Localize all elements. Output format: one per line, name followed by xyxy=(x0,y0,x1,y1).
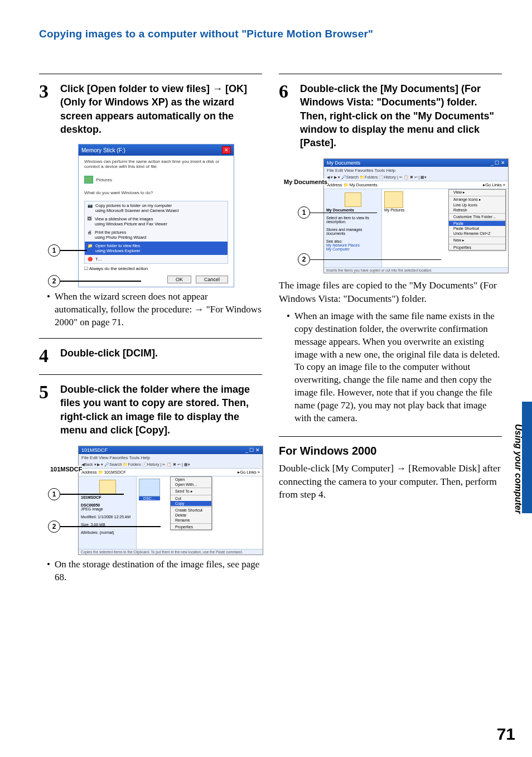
image-thumb[interactable]: DSC… xyxy=(139,479,160,500)
ctx-view[interactable]: View ▸ xyxy=(449,190,505,195)
step-4: 4 Double-click [DCIM]. xyxy=(39,346,262,365)
ctx-sep xyxy=(171,488,211,488)
ctx-cut[interactable]: Cut xyxy=(171,496,211,501)
ctx-properties[interactable]: Properties xyxy=(449,245,505,250)
content-columns: 3 Click [Open folder to view files] → [O… xyxy=(39,68,504,584)
window-controls[interactable]: _ ☐ ✕ xyxy=(245,447,260,453)
callout-line xyxy=(60,494,124,495)
screenshot-label: My Documents xyxy=(283,179,328,185)
toolbar[interactable]: ◀Back ▾ ▶ ▾ 🔎Search 📁Folders 🕘History | … xyxy=(79,461,263,469)
right-column: 6 Double-click the [My Documents] (For W… xyxy=(279,68,502,584)
wizard-item-more[interactable]: 🔴T… xyxy=(85,255,228,263)
ctx-new[interactable]: New ▸ xyxy=(449,238,505,243)
arrow-icon: → xyxy=(212,83,223,94)
toolbar[interactable]: ◀ ▾ ▶ ▾ 🔎Search 📁Folders 🕘History | ✂ 📋 … xyxy=(324,174,508,181)
ctx-sendto[interactable]: Send To ▸ xyxy=(171,489,211,494)
side-file-type: JPEG Image xyxy=(81,507,103,511)
side-link-computer[interactable]: My Computer xyxy=(326,247,350,251)
ctx-sep xyxy=(449,213,505,214)
arrow-icon: → xyxy=(396,462,406,474)
callout-2: 2 xyxy=(48,520,161,533)
divider xyxy=(39,338,262,339)
context-menu[interactable]: View ▸ Arrange Icons ▸ Line Up Icons Ref… xyxy=(448,189,506,250)
side-link-network[interactable]: My Network Places xyxy=(326,243,360,247)
wizard-item-3: Open folder to view files using Windows … xyxy=(95,243,140,253)
step6-result-text: The image files are copied to the "My Do… xyxy=(279,279,502,305)
ok-button[interactable]: OK xyxy=(167,276,191,283)
ctx-open[interactable]: Open xyxy=(171,477,211,482)
callout-1: 1 xyxy=(298,206,377,219)
side-file-name: DSC00050 xyxy=(81,503,100,507)
window-controls[interactable]: _ ☐ ✕ xyxy=(491,160,505,166)
ctx-customize[interactable]: Customize This Folder… xyxy=(449,214,505,219)
ctx-arrange[interactable]: Arrange Icons ▸ xyxy=(449,197,505,202)
ctx-openwith[interactable]: Open With… xyxy=(171,482,211,487)
left-pane: 101MSDCF DSC00050 JPEG Image Modified: 1… xyxy=(79,476,137,549)
wizard-item[interactable]: 🖨Print the pictures using Photo Printing… xyxy=(85,228,228,242)
screenshot-101-wrapper: 101MSDCF 101MSDCF _ ☐ ✕ File Edit View F… xyxy=(50,446,262,555)
ctx-sep xyxy=(449,237,505,237)
address-bar[interactable]: Address 📁 101MSDCF ▸Go Links » xyxy=(79,469,263,476)
wizard-item-2: Print the pictures using Photo Printing … xyxy=(95,230,147,240)
callout-line xyxy=(60,281,141,282)
divider xyxy=(279,74,502,74)
menubar[interactable]: File Edit View Favorites Tools Help xyxy=(79,454,263,461)
ctx-properties[interactable]: Properties xyxy=(171,524,211,529)
screenshot-label: 101MSDCF xyxy=(50,466,83,472)
ctx-rename[interactable]: Rename xyxy=(171,518,211,523)
thumb-label: My Pictures xyxy=(384,208,405,212)
ctx-shortcut[interactable]: Create Shortcut xyxy=(171,508,211,513)
menubar[interactable]: File Edit View Favorites Tools Help xyxy=(324,167,508,174)
ctx-sep xyxy=(449,244,505,244)
divider xyxy=(279,436,502,437)
ctx-undo[interactable]: Undo Rename Ctrl+Z xyxy=(449,231,505,236)
address-bar[interactable]: Address 📁 My Documents ▸Go Links » xyxy=(324,181,508,189)
wizard-item-0: Copy pictures to a folder on my computer… xyxy=(95,203,178,213)
left-column: 3 Click [Open folder to view files] → [O… xyxy=(39,68,262,584)
address-text: Address 📁 101MSDCF xyxy=(81,470,126,475)
ctx-copy[interactable]: Copy xyxy=(171,501,211,506)
callout-1: 1 xyxy=(48,244,87,257)
folder-icon xyxy=(345,192,361,207)
bullet-text: On the storage destination of the image … xyxy=(55,558,262,584)
explorer-titlebar: My Documents _ ☐ ✕ xyxy=(324,159,508,167)
ctx-refresh[interactable]: Refresh xyxy=(449,208,505,213)
side-tab-label: Using your computer xyxy=(513,424,523,514)
wizard-dialog: Memory Stick (F:) ✕ Windows can perform … xyxy=(78,144,234,287)
divider xyxy=(39,374,262,375)
divider xyxy=(39,74,262,74)
step-6: 6 Double-click the [My Documents] (For W… xyxy=(279,82,502,150)
screenshot-wizard-wrapper: Memory Stick (F:) ✕ Windows can perform … xyxy=(50,144,262,287)
cancel-button[interactable]: Cancel xyxy=(196,276,228,283)
ctx-pasteshortcut[interactable]: Paste Shortcut xyxy=(449,226,505,231)
wizard-prompt: What do you want Windows to do? xyxy=(79,187,234,199)
wizard-checkbox-row[interactable]: ☐ Always do the selected action xyxy=(79,266,234,272)
thumb-icon xyxy=(139,479,160,496)
right-pane[interactable]: DSC… Open Open With… Send To ▸ Cut Copy xyxy=(137,476,263,549)
folder-thumb[interactable]: My Pictures xyxy=(384,191,405,212)
ctx-paste[interactable]: Paste xyxy=(449,221,505,226)
ctx-lineup[interactable]: Line Up Icons xyxy=(449,202,505,208)
bullet-step3: • When the wizard screen does not appear… xyxy=(47,291,262,329)
ctx-sep xyxy=(171,495,211,495)
bullet-step5: • On the storage destination of the imag… xyxy=(47,558,262,584)
wizard-pictures-label: Pictures xyxy=(96,177,112,182)
step-number: 3 xyxy=(39,82,55,101)
context-menu[interactable]: Open Open With… Send To ▸ Cut Copy Creat… xyxy=(170,476,212,530)
explorer-titlebar: 101MSDCF _ ☐ ✕ xyxy=(79,446,263,454)
wizard-list: 📷Copy pictures to a folder on my compute… xyxy=(84,201,228,264)
ctx-delete[interactable]: Delete xyxy=(171,513,211,518)
wizard-item[interactable]: 📷Copy pictures to a folder on my compute… xyxy=(85,201,228,215)
pictures-icon xyxy=(84,176,93,184)
callout-line xyxy=(310,213,377,214)
bullet-dot: • xyxy=(47,291,51,329)
wizard-item-selected[interactable]: 📁Open folder to view files using Windows… xyxy=(85,242,228,255)
callout-line xyxy=(60,250,87,251)
wizard-item[interactable]: 🖼View a slideshow of the images using Wi… xyxy=(85,215,228,228)
wizard-item-1: View a slideshow of the images using Win… xyxy=(95,216,167,226)
explorer-title: My Documents xyxy=(327,160,360,166)
close-icon[interactable]: ✕ xyxy=(222,146,231,154)
bullet-text: When the wizard screen does not appear a… xyxy=(55,291,262,329)
explorer-body: 101MSDCF DSC00050 JPEG Image Modified: 1… xyxy=(79,476,263,549)
callout-1: 1 xyxy=(48,488,124,500)
